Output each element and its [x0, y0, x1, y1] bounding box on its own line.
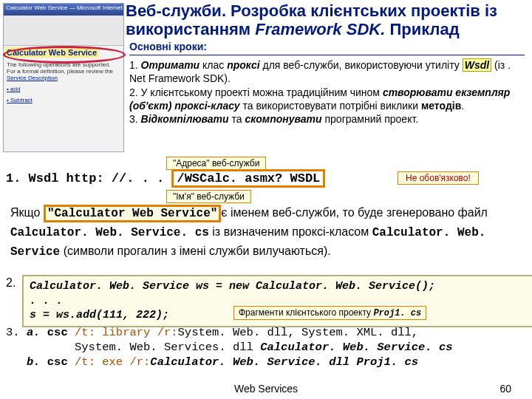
page-number: 60 [499, 383, 511, 395]
explanation-text: Якщо "Calculator Web Service"є іменем ве… [10, 204, 525, 261]
cmd-3b: b. csc /t: exe /r:Calculator. Web. Servi… [6, 355, 526, 369]
steps-box: Основні кроки: 1. Отримати клас проксі д… [129, 40, 525, 126]
footer-title: Web Services [0, 383, 532, 395]
slide-title: Веб-служби. Розробка клієнтських проекті… [126, 1, 525, 39]
code-line-1: Calculator. Web. Service ws = new Calcul… [30, 279, 528, 294]
wsdl-command: 1. Wsdl http: //. . . /WSCalc. asmx? WSD… [6, 171, 523, 185]
wsdl-address-box: /WSCalc. asmx? WSDL [171, 169, 325, 188]
compile-commands: 3. a. csc /t: library /r:System. Web. dl… [6, 325, 526, 369]
thumb-op-add: • add [4, 83, 123, 95]
thumb-op-subtract: • Subtract [4, 95, 123, 106]
thumb-titlebar: Calculator Web Service — Microsoft Inter… [4, 4, 123, 16]
step-number-2: 2. [6, 276, 16, 290]
cmd-3a: 3. a. csc /t: library /r:System. Web. dl… [6, 325, 526, 355]
fragment-caption: Фрагменти клієнтського проекту Proj1. cs [233, 306, 426, 320]
step-3: 3. Відкомпілювати та скомпонувати програ… [129, 112, 525, 126]
step-2: 2. У клієнтському проекті можна традицій… [129, 86, 525, 112]
service-name-box: "Calculator Web Service" [44, 205, 221, 222]
wsdl-prefix: 1. Wsdl http: //. . . [6, 171, 164, 185]
thumb-service-link: Calculator Web Service [5, 47, 98, 58]
browser-thumbnail: Calculator Web Service — Microsoft Inter… [3, 3, 124, 152]
step-1: 1. Отримати клас проксі для веб-служби, … [129, 58, 525, 85]
thumb-desc: The following operations are supported. … [4, 59, 123, 83]
thumb-toolbar [4, 16, 123, 46]
steps-header: Основні кроки: [129, 40, 525, 55]
name-label: "Ім'я" веб-служби [166, 190, 251, 203]
address-label: "Адреса" веб-служби [166, 157, 266, 170]
